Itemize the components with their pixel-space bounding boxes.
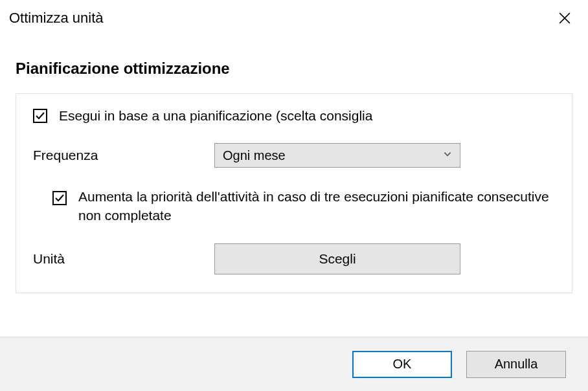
run-on-schedule-label: Esegui in base a una pianificazione (sce… xyxy=(59,108,372,124)
schedule-groupbox: Esegui in base a una pianificazione (sce… xyxy=(16,93,572,293)
frequency-value: Ogni mese xyxy=(223,148,286,163)
frequency-row: Frequenza Ogni mese xyxy=(33,143,555,168)
content-area: Pianificazione ottimizzazione Esegui in … xyxy=(0,34,588,293)
checkmark-icon xyxy=(54,193,65,203)
cancel-button[interactable]: Annulla xyxy=(466,351,566,378)
close-button[interactable] xyxy=(554,8,575,28)
frequency-dropdown[interactable]: Ogni mese xyxy=(214,143,460,168)
close-icon xyxy=(559,12,571,24)
choose-button-label: Scegli xyxy=(319,251,356,267)
window-title: Ottimizza unità xyxy=(9,10,104,27)
increase-priority-row: Aumenta la priorità dell'attività in cas… xyxy=(33,187,555,225)
dialog-footer: OK Annulla xyxy=(0,337,588,391)
checkmark-icon xyxy=(35,111,45,121)
section-heading: Pianificazione ottimizzazione xyxy=(16,60,572,78)
unit-row: Unità Scegli xyxy=(33,243,555,274)
run-on-schedule-row: Esegui in base a una pianificazione (sce… xyxy=(33,108,555,124)
cancel-button-label: Annulla xyxy=(495,357,538,372)
unit-label: Unità xyxy=(33,251,214,267)
run-on-schedule-checkbox[interactable] xyxy=(33,109,47,123)
frequency-label: Frequenza xyxy=(33,148,214,163)
chevron-down-icon xyxy=(443,150,452,161)
titlebar: Ottimizza unità xyxy=(0,0,588,34)
increase-priority-label: Aumenta la priorità dell'attività in cas… xyxy=(78,187,555,225)
increase-priority-checkbox[interactable] xyxy=(52,191,67,205)
ok-button[interactable]: OK xyxy=(352,351,452,378)
ok-button-label: OK xyxy=(393,357,412,372)
choose-button[interactable]: Scegli xyxy=(214,243,460,274)
